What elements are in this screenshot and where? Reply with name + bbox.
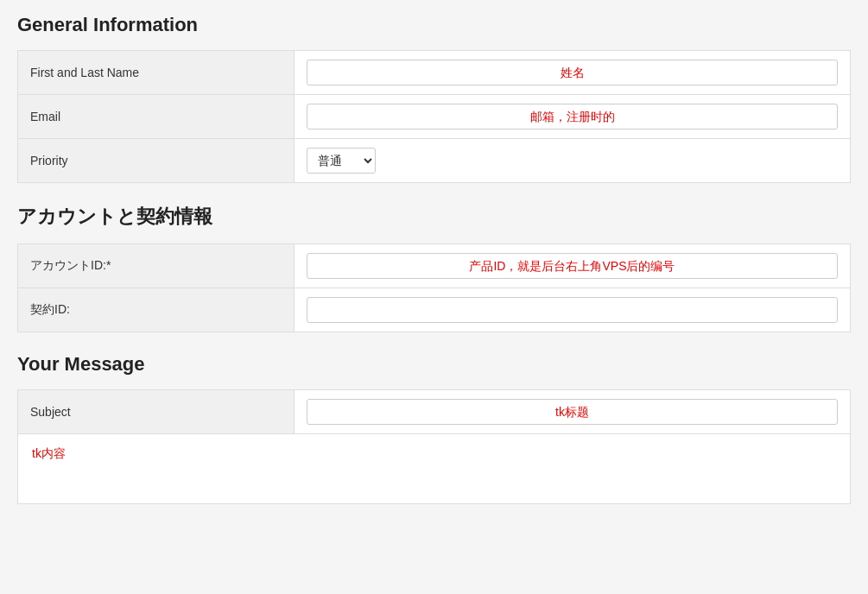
contract-id-row: 契約ID: xyxy=(18,288,851,332)
priority-row: Priority 普通 高 紧急 xyxy=(18,139,851,183)
email-label: Email xyxy=(18,95,295,139)
message-body-row: tk内容 xyxy=(18,434,851,504)
account-id-label: アカウントID:* xyxy=(18,244,295,288)
general-information-title: General Information xyxy=(17,14,851,41)
first-last-name-input[interactable] xyxy=(307,60,838,85)
email-input[interactable] xyxy=(307,104,838,130)
first-last-name-row: First and Last Name xyxy=(18,51,851,95)
contract-id-field-cell xyxy=(295,288,851,332)
account-contract-section: アカウントと契約情報 アカウントID:* 契約ID: xyxy=(17,204,851,332)
priority-label: Priority xyxy=(18,139,295,183)
email-field-cell xyxy=(295,95,851,139)
subject-field-cell xyxy=(295,390,851,434)
general-information-table: First and Last Name Email Priority 普通 高 … xyxy=(17,50,851,183)
priority-select[interactable]: 普通 高 紧急 xyxy=(307,148,376,174)
priority-field-cell: 普通 高 紧急 xyxy=(295,139,851,183)
message-body-cell: tk内容 xyxy=(18,434,851,504)
contract-id-input[interactable] xyxy=(307,297,838,323)
account-id-input[interactable] xyxy=(307,253,838,279)
subject-input[interactable] xyxy=(307,399,838,425)
contract-id-label: 契約ID: xyxy=(18,288,295,332)
message-textarea-container[interactable]: tk内容 xyxy=(18,434,850,503)
subject-label: Subject xyxy=(18,390,295,434)
your-message-table: Subject tk内容 xyxy=(17,389,851,504)
general-information-section: General Information First and Last Name … xyxy=(17,14,851,183)
account-contract-table: アカウントID:* 契約ID: xyxy=(17,243,851,332)
account-id-field-cell xyxy=(295,244,851,288)
email-row: Email xyxy=(18,95,851,139)
message-body-placeholder: tk内容 xyxy=(32,446,66,460)
subject-row: Subject xyxy=(18,390,851,434)
account-contract-title: アカウントと契約情報 xyxy=(17,204,851,235)
first-last-name-field-cell xyxy=(295,51,851,95)
your-message-section: Your Message Subject tk内容 xyxy=(17,353,851,504)
your-message-title: Your Message xyxy=(17,353,851,381)
first-last-name-label: First and Last Name xyxy=(18,51,295,95)
account-id-row: アカウントID:* xyxy=(18,244,851,288)
